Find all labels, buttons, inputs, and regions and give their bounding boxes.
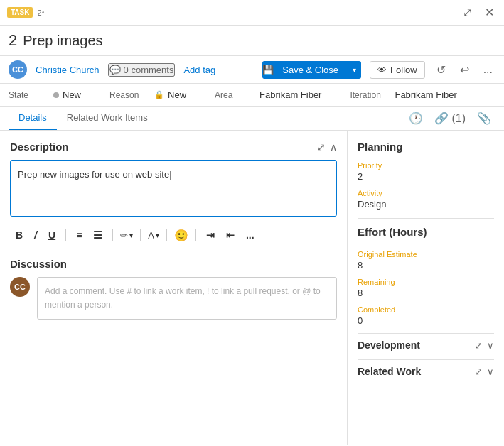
main-content: Description ⤢ ∧ Prep new images for use … [0, 131, 504, 445]
left-panel: Description ⤢ ∧ Prep new images for use … [0, 131, 348, 445]
save-close-button[interactable]: 💾 Save & Close ▾ [262, 61, 361, 79]
development-section-header[interactable]: Development ⤢ ∨ [358, 333, 494, 357]
description-collapse-icon[interactable]: ∧ [330, 141, 337, 153]
user-name[interactable]: Christie Church [36, 65, 100, 75]
align-button[interactable]: ≡ [73, 228, 85, 242]
description-content: Prep new images for use on web site| [18, 169, 172, 180]
refresh-icon[interactable]: ↺ [434, 62, 449, 78]
tab-related-work-items[interactable]: Related Work Items [57, 107, 158, 130]
related-work-collapse-icon: ∨ [487, 366, 494, 377]
avatar: CC [9, 60, 27, 79]
expand-icon[interactable]: ⤢ [460, 4, 475, 21]
save-close-label: Save & Close [274, 61, 347, 79]
history-icon[interactable]: 🕐 [404, 110, 427, 126]
list-button[interactable]: ☰ [90, 228, 105, 242]
right-panel: Planning Priority 2 Activity Design Effo… [348, 131, 504, 445]
tabs-bar: Details Related Work Items 🕐 🔗 (1) 📎 [0, 107, 504, 131]
development-expand-icon: ⤢ [475, 340, 483, 351]
bold-button[interactable]: B [13, 228, 26, 242]
comment-input[interactable]: Add a comment. Use # to link a work item… [37, 277, 337, 320]
comment-icon: 💬 [109, 65, 121, 75]
text-color-label: A [148, 230, 154, 241]
description-expand-controls: ⤢ ∧ [317, 141, 337, 153]
attachment-icon[interactable]: 📎 [473, 110, 495, 126]
fmt-separator-3 [140, 229, 141, 241]
italic-button[interactable]: / [31, 228, 40, 242]
title-bar-icons: ⤢ ✕ [460, 4, 497, 21]
emoji-button[interactable]: 🙂 [174, 229, 188, 242]
task-number: 2 [9, 31, 17, 50]
description-expand-icon[interactable]: ⤢ [317, 141, 326, 153]
indent-button[interactable]: ⇥ [203, 228, 218, 242]
development-icons: ⤢ ∨ [475, 340, 494, 351]
discussion-area: CC Add a comment. Use # to link a work i… [10, 277, 337, 320]
original-estimate-value[interactable]: 8 [358, 260, 494, 271]
comment-placeholder: Add a comment. Use # to link a work item… [45, 286, 321, 310]
discussion-label: Discussion [10, 258, 67, 270]
activity-value[interactable]: Design [358, 199, 494, 210]
discussion-avatar: CC [10, 277, 30, 297]
related-work-expand-icon: ⤢ [475, 366, 483, 377]
iteration-value[interactable]: Fabrikam Fiber [395, 89, 456, 100]
fmt-separator-2 [112, 229, 113, 241]
description-section-title: Description ⤢ ∧ [10, 141, 337, 153]
area-value[interactable]: Fabrikam Fiber [259, 89, 321, 100]
undo-icon[interactable]: ↩ [457, 62, 472, 78]
follow-button[interactable]: 👁 Follow [370, 61, 425, 79]
priority-label: Priority [358, 161, 494, 170]
reason-field: Reason 🔒 New [109, 89, 186, 100]
add-tag-button[interactable]: Add tag [183, 65, 215, 75]
title-bar-left: TASK 2* [7, 7, 460, 18]
fmt-separator-1 [65, 229, 66, 241]
effort-title: Effort (Hours) [358, 218, 494, 238]
follow-eye-icon: 👁 [377, 65, 387, 75]
page-title: Prep images [23, 33, 102, 49]
more-options-icon[interactable]: ... [481, 62, 495, 77]
formatting-toolbar: B / U ≡ ☰ ✏ ▾ A ▾ 🙂 ⇥ ⇤ ... [10, 224, 337, 246]
save-icon: 💾 [262, 65, 274, 75]
task-badge: TASK [7, 7, 33, 18]
related-work-title: Related Work [358, 366, 421, 377]
comments-count: 0 comments [124, 65, 174, 75]
meta-row: State New Reason 🔒 New Area Fabrikam Fib… [0, 84, 504, 107]
state-value[interactable]: New [53, 89, 81, 100]
comments-button[interactable]: 💬 0 comments [108, 63, 176, 77]
tab-extra-icons: 🕐 🔗 (1) 📎 [404, 107, 495, 130]
description-input[interactable]: Prep new images for use on web site| [10, 160, 337, 217]
page-title-row: 2 Prep images [0, 26, 504, 56]
toolbar: CC Christie Church 💬 0 comments Add tag … [0, 56, 504, 84]
close-icon[interactable]: ✕ [482, 4, 497, 21]
state-text: New [63, 89, 81, 100]
more-format-button[interactable]: ... [243, 228, 257, 242]
remaining-value[interactable]: 8 [358, 288, 494, 298]
follow-label: Follow [390, 65, 417, 75]
reason-label: Reason [109, 90, 149, 100]
development-collapse-icon: ∨ [487, 340, 494, 351]
remaining-label: Remaining [358, 278, 494, 286]
task-id: 2* [37, 9, 44, 17]
highlight-color[interactable]: ✏ ▾ [120, 230, 133, 241]
save-close-dropdown-arrow[interactable]: ▾ [348, 62, 361, 77]
state-dot [53, 92, 59, 98]
outdent-button[interactable]: ⇤ [223, 228, 237, 242]
links-icon[interactable]: 🔗 (1) [430, 110, 470, 126]
highlight-arrow: ▾ [129, 232, 133, 239]
reason-value[interactable]: 🔒 New [154, 89, 186, 100]
related-work-section-header[interactable]: Related Work ⤢ ∨ [358, 359, 494, 383]
priority-value[interactable]: 2 [358, 171, 494, 182]
underline-button[interactable]: U [45, 228, 58, 242]
completed-value[interactable]: 0 [358, 315, 494, 326]
planning-title: Planning [358, 141, 494, 153]
discussion-section-title: Discussion [10, 258, 337, 270]
links-count: (1) [451, 112, 466, 124]
tab-details[interactable]: Details [9, 107, 57, 130]
fmt-separator-4 [166, 229, 167, 241]
text-color[interactable]: A ▾ [148, 230, 159, 241]
description-label: Description [10, 141, 69, 153]
area-field: Area Fabrikam Fiber [215, 89, 321, 100]
reason-text: New [168, 89, 186, 100]
activity-label: Activity [358, 189, 494, 197]
iteration-label: Iteration [350, 90, 389, 100]
title-bar: TASK 2* ⤢ ✕ [0, 0, 504, 26]
lock-icon: 🔒 [154, 90, 164, 99]
